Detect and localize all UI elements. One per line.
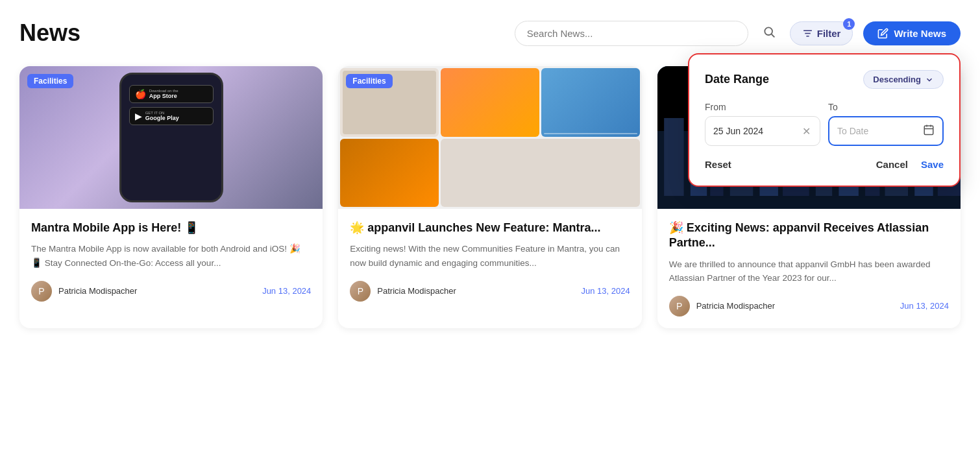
avatar-1: P <box>31 281 52 302</box>
phone-mockup: 🍎 Download on the App Store ▶ GET IT ON … <box>119 73 223 202</box>
to-date-placeholder: To Date <box>837 126 923 136</box>
from-date-input[interactable]: 25 Jun 2024 ✕ <box>705 116 820 146</box>
filter-actions-right: Cancel Save <box>876 159 944 170</box>
filter-inputs: 25 Jun 2024 ✕ To Date <box>705 116 944 146</box>
svg-line-1 <box>771 34 774 37</box>
filter-panel: Date Range Descending From To 25 Jun 202… <box>688 53 961 187</box>
search-input[interactable] <box>515 21 748 46</box>
filter-badge: 1 <box>843 18 855 30</box>
card-content-3: 🎉 Exciting News: appanvil Receives Atlas… <box>657 209 961 328</box>
card-desc-3: We are thrilled to announce that appanvi… <box>669 257 949 285</box>
sort-label: Descending <box>873 75 921 84</box>
card-tag-2: Facilities <box>346 74 392 88</box>
calendar-icon <box>923 124 935 138</box>
from-date-value: 25 Jun 2024 <box>713 126 801 136</box>
svg-point-0 <box>765 27 772 35</box>
card-author-2: Patricia Modispacher <box>377 286 456 296</box>
page-header: News Filter 1 Write News <box>19 19 961 47</box>
avatar-2: P <box>350 281 371 302</box>
card-footer-1: P Patricia Modispacher Jun 13, 2024 <box>31 281 311 302</box>
filter-button[interactable]: Filter 1 <box>790 21 853 45</box>
cards-grid: Facilities 🍎 Download on the App Store ▶ <box>19 66 961 328</box>
filter-actions: Reset Cancel Save <box>705 159 944 170</box>
card-tag-1: Facilities <box>27 74 73 88</box>
write-news-button[interactable]: Write News <box>863 21 961 45</box>
card-title-2: 🌟 appanvil Launches New Feature: Mantra.… <box>350 221 630 235</box>
sort-dropdown[interactable]: Descending <box>863 70 944 89</box>
card-content-2: 🌟 appanvil Launches New Feature: Mantra.… <box>338 209 641 313</box>
card-image-2: Facilities <box>338 66 641 209</box>
reset-button[interactable]: Reset <box>705 159 731 170</box>
news-card-2[interactable]: Facilities 🌟 appanvil Launches New Featu… <box>338 66 641 328</box>
news-card-1[interactable]: Facilities 🍎 Download on the App Store ▶ <box>19 66 323 328</box>
card-image-1: Facilities 🍎 Download on the App Store ▶ <box>19 66 323 209</box>
filter-panel-header: Date Range Descending <box>705 70 944 89</box>
card-footer-3: P Patricia Modispacher Jun 13, 2024 <box>669 296 949 317</box>
avatar-3: P <box>669 296 690 317</box>
card-footer-2: P Patricia Modispacher Jun 13, 2024 <box>350 281 630 302</box>
card-date-3: Jun 13, 2024 <box>900 301 949 311</box>
filter-panel-title: Date Range <box>705 73 769 86</box>
card-date-2: Jun 13, 2024 <box>581 286 630 296</box>
appstore-badge: 🍎 Download on the App Store <box>129 85 214 103</box>
card-title-1: Mantra Mobile App is Here! 📱 <box>31 221 311 235</box>
card-title-3: 🎉 Exciting News: appanvil Receives Atlas… <box>669 221 949 251</box>
from-label: From <box>705 102 820 112</box>
page-title: News <box>19 19 80 47</box>
card-content-1: Mantra Mobile App is Here! 📱 The Mantra … <box>19 209 323 313</box>
svg-rect-7 <box>664 118 683 196</box>
card-date-1: Jun 13, 2024 <box>262 286 311 296</box>
filter-label: Filter <box>817 28 841 39</box>
cancel-button[interactable]: Cancel <box>876 159 908 170</box>
card-author-1: Patricia Modispacher <box>58 286 137 296</box>
to-date-input[interactable]: To Date <box>828 116 944 146</box>
filter-row-labels: From To <box>705 102 944 112</box>
card-desc-2: Exciting news! With the new Communities … <box>350 242 630 270</box>
svg-rect-28 <box>924 126 933 135</box>
card-desc-1: The Mantra Mobile App is now available f… <box>31 242 311 270</box>
save-button[interactable]: Save <box>921 159 944 170</box>
card-author-3: Patricia Modispacher <box>696 301 775 311</box>
write-news-label: Write News <box>894 28 946 39</box>
search-icon-button[interactable] <box>759 21 779 45</box>
clear-from-date-button[interactable]: ✕ <box>801 125 812 138</box>
search-container <box>515 21 748 46</box>
playstore-badge: ▶ GET IT ON Google Play <box>129 107 214 125</box>
to-label: To <box>828 102 944 112</box>
